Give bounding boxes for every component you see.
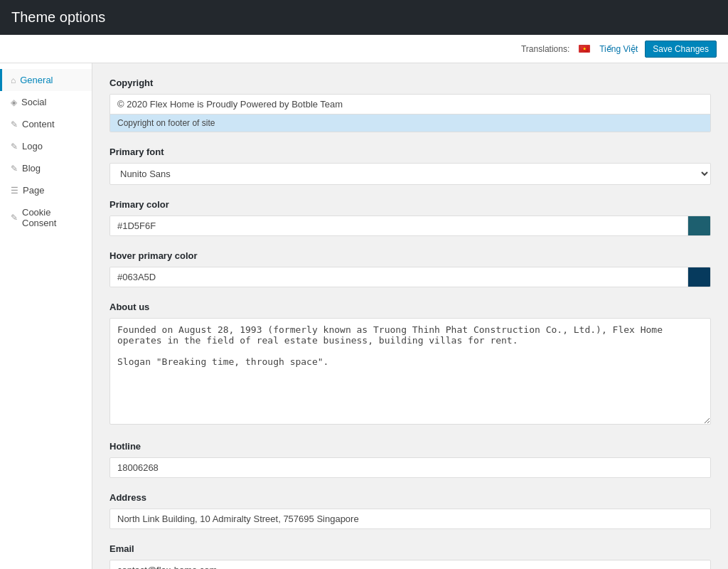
- email-group: Email: [109, 543, 711, 569]
- copyright-input[interactable]: [110, 95, 710, 114]
- primary-color-wrapper: [109, 216, 711, 236]
- content-icon: ✎: [11, 119, 18, 129]
- primary-color-swatch[interactable]: [687, 216, 710, 235]
- sidebar: ⌂ General ◈ Social ✎ Content ✎ Logo ✎ Bl…: [0, 63, 92, 569]
- sidebar-item-general[interactable]: ⌂ General: [0, 69, 92, 91]
- hover-color-input[interactable]: [110, 267, 687, 287]
- sidebar-item-content[interactable]: ✎ Content: [0, 113, 92, 135]
- primary-font-group: Primary font Nunito Sans Roboto Open San…: [109, 147, 711, 185]
- email-label: Email: [109, 543, 711, 554]
- blog-icon: ✎: [11, 164, 18, 174]
- logo-icon: ✎: [11, 142, 18, 151]
- sidebar-item-label: Logo: [22, 141, 43, 151]
- copyright-input-wrap: Copyright on footer of site: [109, 94, 711, 132]
- primary-color-group: Primary color: [109, 199, 711, 236]
- about-us-textarea[interactable]: Founded on August 28, 1993 (formerly kno…: [109, 318, 711, 425]
- sidebar-item-label: Blog: [22, 163, 41, 174]
- lang-flag-icon: 🇻🇳: [579, 45, 590, 53]
- sidebar-item-blog[interactable]: ✎ Blog: [0, 157, 92, 179]
- sidebar-item-label: Page: [23, 185, 44, 196]
- email-input[interactable]: [109, 560, 711, 569]
- address-label: Address: [109, 492, 711, 503]
- hotline-label: Hotline: [109, 441, 711, 452]
- hotline-group: Hotline: [109, 441, 711, 478]
- toolbar: Translations: 🇻🇳 Tiếng Việt Save Changes: [0, 35, 728, 63]
- hotline-input[interactable]: [109, 457, 711, 478]
- address-group: Address: [109, 492, 711, 529]
- about-us-group: About us Founded on August 28, 1993 (for…: [109, 302, 711, 427]
- sidebar-item-page[interactable]: ☰ Page: [0, 179, 92, 201]
- social-icon: ◈: [11, 97, 17, 107]
- hover-color-swatch[interactable]: [687, 267, 710, 287]
- hover-color-wrapper: [109, 267, 711, 287]
- address-input[interactable]: [109, 509, 711, 529]
- primary-font-select[interactable]: Nunito Sans Roboto Open Sans Lato Montse…: [109, 163, 711, 185]
- home-icon: ⌂: [11, 75, 16, 85]
- sidebar-item-label: Cookie Consent: [22, 207, 83, 228]
- save-button[interactable]: Save Changes: [645, 41, 717, 58]
- page-title: Theme options: [11, 9, 105, 26]
- sidebar-item-logo[interactable]: ✎ Logo: [0, 135, 92, 157]
- translations-label: Translations:: [521, 44, 569, 54]
- hover-color-label: Hover primary color: [109, 250, 711, 261]
- lang-link[interactable]: Tiếng Việt: [599, 44, 638, 54]
- header: Theme options: [0, 0, 728, 35]
- primary-color-label: Primary color: [109, 199, 711, 210]
- copyright-hint: Copyright on footer of site: [110, 114, 710, 132]
- cookie-icon: ✎: [11, 213, 18, 223]
- about-us-label: About us: [109, 302, 711, 312]
- sidebar-item-label: Social: [21, 97, 46, 107]
- main-content: Copyright Copyright on footer of site Pr…: [92, 63, 728, 569]
- main-layout: ⌂ General ◈ Social ✎ Content ✎ Logo ✎ Bl…: [0, 63, 728, 569]
- hover-color-group: Hover primary color: [109, 250, 711, 287]
- sidebar-item-label: Content: [22, 119, 55, 129]
- primary-font-label: Primary font: [109, 147, 711, 157]
- copyright-label: Copyright: [109, 78, 711, 88]
- page-icon: ☰: [11, 186, 18, 196]
- sidebar-item-cookie[interactable]: ✎ Cookie Consent: [0, 201, 92, 234]
- copyright-group: Copyright Copyright on footer of site: [109, 78, 711, 132]
- sidebar-item-social[interactable]: ◈ Social: [0, 91, 92, 113]
- primary-color-input[interactable]: [110, 216, 687, 235]
- sidebar-item-label: General: [20, 75, 53, 85]
